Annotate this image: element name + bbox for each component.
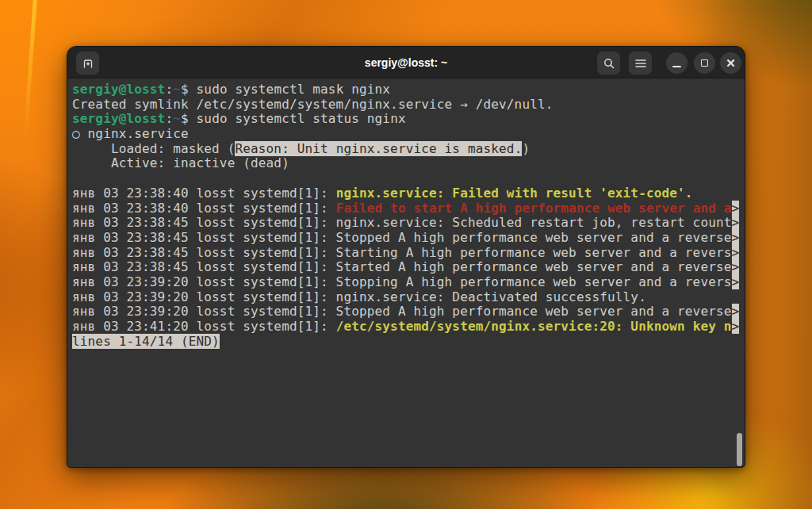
window-headerbar[interactable]: sergiy@losst: ~ ✕: [67, 47, 745, 78]
terminal-line: Loaded: masked (Reason: Unit nginx.servi…: [72, 142, 745, 157]
terminal-line: ○ nginx.service: [72, 127, 745, 142]
terminal-line: lines 1-14/14 (END): [72, 335, 745, 350]
terminal-line: янв 03 23:38:40 losst systemd[1]: Failed…: [72, 201, 745, 216]
terminal-line: янв 03 23:38:45 losst systemd[1]: Starte…: [72, 260, 745, 275]
terminal-line: янв 03 23:39:20 losst systemd[1]: Stoppi…: [72, 275, 745, 290]
terminal-line: янв 03 23:39:20 losst systemd[1]: Stoppe…: [72, 304, 745, 320]
terminal-line: Created symlink /etc/systemd/system/ngin…: [72, 98, 745, 113]
terminal-line: sergiy@losst:~$ sudo systemctl mask ngin…: [72, 82, 745, 98]
terminal-line: янв 03 23:38:45 losst systemd[1]: Stoppe…: [72, 231, 745, 246]
minimize-button[interactable]: [666, 52, 688, 74]
search-icon: [603, 57, 615, 70]
close-icon: ✕: [726, 57, 736, 69]
new-tab-button[interactable]: [76, 52, 99, 75]
minimize-icon: [672, 66, 681, 67]
terminal-line: янв 03 23:38:45 losst systemd[1]: nginx.…: [72, 216, 745, 231]
terminal-line: Active: inactive (dead): [72, 156, 745, 171]
close-button[interactable]: ✕: [720, 52, 741, 74]
scrollbar-thumb[interactable]: [737, 433, 742, 466]
terminal-line: янв 03 23:38:45 losst systemd[1]: Starti…: [72, 246, 745, 261]
wallpaper-accent-stripe: [24, 0, 37, 134]
terminal-line: янв 03 23:41:20 losst systemd[1]: /etc/s…: [72, 320, 745, 335]
menu-button[interactable]: [629, 52, 652, 75]
terminal-line: янв 03 23:39:20 losst systemd[1]: nginx.…: [72, 290, 745, 305]
new-tab-icon: [82, 57, 94, 70]
terminal-window: sergiy@losst: ~ ✕ sergiy@: [67, 46, 745, 468]
terminal-line: sergiy@losst:~$ sudo systemctl status ng…: [72, 112, 745, 127]
maximize-icon: [701, 59, 708, 67]
search-button[interactable]: [597, 52, 620, 75]
menu-icon: [635, 59, 646, 68]
terminal-line: янв 03 23:38:40 losst systemd[1]: nginx.…: [72, 186, 745, 201]
terminal-line: [72, 171, 745, 186]
terminal-screen[interactable]: sergiy@losst:~$ sudo systemctl mask ngin…: [67, 79, 745, 467]
maximize-button[interactable]: [694, 52, 715, 74]
